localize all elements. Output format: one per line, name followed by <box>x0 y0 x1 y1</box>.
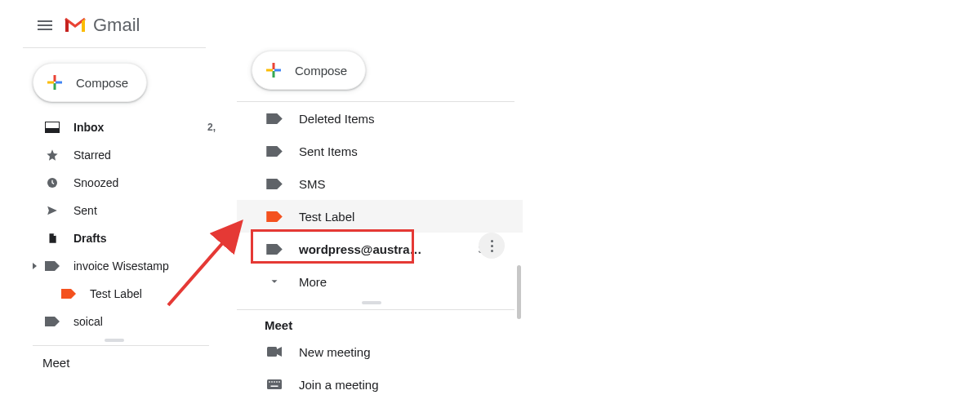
nav-invoice[interactable]: invoice Wisestamp <box>0 252 229 280</box>
keyboard-icon <box>267 379 282 389</box>
plus-icon <box>45 73 65 92</box>
chevron-down-icon <box>269 276 280 287</box>
label-icon <box>45 261 60 271</box>
svg-rect-0 <box>54 75 56 82</box>
label-sms[interactable]: SMS <box>237 167 523 200</box>
send-icon <box>45 205 60 216</box>
compose-button[interactable]: Compose <box>33 63 147 102</box>
meet-new-meeting[interactable]: New meeting <box>237 335 523 368</box>
app-name: Gmail <box>93 15 140 36</box>
gmail-m-icon <box>64 16 87 34</box>
main-menu-icon[interactable] <box>38 20 52 30</box>
label-icon <box>266 113 283 124</box>
svg-rect-12 <box>267 379 282 389</box>
right-sidebar-detail: Compose Deleted Items Sent Items SMS Tes… <box>237 42 523 408</box>
nav-soical-label: soical <box>74 315 219 328</box>
svg-rect-10 <box>274 69 281 72</box>
nav-snoozed[interactable]: Snoozed <box>0 169 229 197</box>
nav-drafts[interactable]: Drafts <box>0 224 229 252</box>
left-nav-list: Inbox 2, Starred Snoozed Sent Drafts inv… <box>0 113 229 335</box>
nav-test-label[interactable]: Test Label <box>0 280 229 308</box>
svg-rect-15 <box>274 381 275 383</box>
meet-section-header-right: Meet <box>237 310 523 335</box>
video-icon <box>267 347 282 357</box>
svg-rect-11 <box>267 347 277 357</box>
left-sidebar: Gmail Compose Inbox 2, Starred Snoozed S… <box>0 0 229 408</box>
gmail-logo[interactable]: Gmail <box>64 15 140 36</box>
divider <box>23 47 206 48</box>
nav-inbox-count: 2, <box>207 122 216 133</box>
expand-caret-icon[interactable] <box>33 263 37 269</box>
label-sent-items[interactable]: Sent Items <box>237 135 523 167</box>
label-deleted-text: Deleted Items <box>299 112 523 126</box>
svg-rect-8 <box>273 71 275 78</box>
more-toggle[interactable]: More <box>237 265 523 298</box>
svg-rect-18 <box>271 386 278 388</box>
nav-soical[interactable]: soical <box>0 308 229 335</box>
svg-rect-13 <box>269 381 270 383</box>
label-deleted-items[interactable]: Deleted Items <box>237 102 523 135</box>
meet-join-meeting[interactable]: Join a meeting <box>237 368 523 401</box>
label-wordpress-text: wordpress@austra… <box>299 242 479 256</box>
label-sent-text: Sent Items <box>299 144 523 158</box>
svg-rect-17 <box>278 381 280 383</box>
scrollbar-thumb[interactable] <box>517 265 521 319</box>
label-icon <box>266 211 283 222</box>
nav-starred[interactable]: Starred <box>0 141 229 169</box>
svg-rect-2 <box>47 82 54 84</box>
nav-starred-label: Starred <box>74 149 219 162</box>
right-labels-list: Deleted Items Sent Items SMS Test Label … <box>237 102 523 298</box>
nav-inbox-label: Inbox <box>74 121 207 134</box>
label-icon <box>61 289 76 299</box>
clock-icon <box>46 176 59 189</box>
more-label: More <box>299 275 523 289</box>
svg-rect-16 <box>276 381 278 383</box>
resize-handle[interactable] <box>0 339 229 345</box>
label-icon <box>45 317 60 326</box>
file-icon <box>47 232 58 245</box>
nav-sent-label: Sent <box>74 204 219 217</box>
meet-section-header: Meet <box>0 346 229 370</box>
app-header: Gmail <box>0 0 229 47</box>
meet-new-text: New meeting <box>299 345 371 359</box>
label-options-button[interactable] <box>479 233 505 259</box>
compose-button-right[interactable]: Compose <box>252 51 366 90</box>
svg-rect-9 <box>266 69 273 72</box>
label-icon <box>266 244 283 255</box>
label-sms-text: SMS <box>299 177 523 191</box>
nav-drafts-label: Drafts <box>74 232 219 245</box>
plus-icon <box>264 60 283 80</box>
meet-join-text: Join a meeting <box>299 378 379 392</box>
svg-rect-5 <box>45 128 60 133</box>
label-test-label[interactable]: Test Label <box>237 200 523 233</box>
label-icon <box>266 179 283 189</box>
label-test-text: Test Label <box>299 210 523 224</box>
compose-label-right: Compose <box>295 64 347 78</box>
inbox-icon <box>45 122 60 133</box>
nav-invoice-label: invoice Wisestamp <box>74 259 219 273</box>
label-icon <box>266 146 283 157</box>
svg-rect-1 <box>54 83 56 90</box>
svg-rect-7 <box>273 63 275 69</box>
nav-inbox[interactable]: Inbox 2, <box>0 113 229 141</box>
compose-label: Compose <box>76 76 128 90</box>
nav-sent[interactable]: Sent <box>0 197 229 224</box>
nav-snoozed-label: Snoozed <box>74 176 219 189</box>
svg-rect-3 <box>56 82 62 84</box>
resize-handle[interactable] <box>237 301 506 308</box>
star-icon <box>46 149 59 162</box>
nav-test-label-text: Test Label <box>90 287 219 300</box>
svg-rect-14 <box>271 381 273 383</box>
